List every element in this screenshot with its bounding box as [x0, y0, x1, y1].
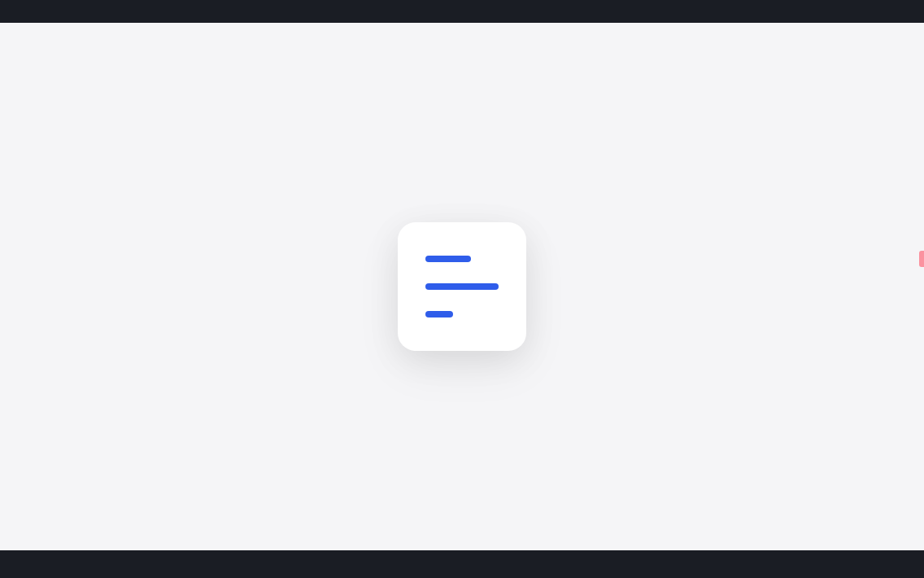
bottom-footer-bar [0, 550, 924, 578]
top-header-bar [0, 0, 924, 23]
right-edge-indicator [919, 251, 924, 267]
main-content-area [0, 23, 924, 550]
loading-bar-line-3 [425, 311, 453, 317]
loading-indicator [398, 222, 526, 351]
loading-bar-line-1 [425, 256, 471, 262]
loading-bar-line-2 [425, 283, 499, 290]
